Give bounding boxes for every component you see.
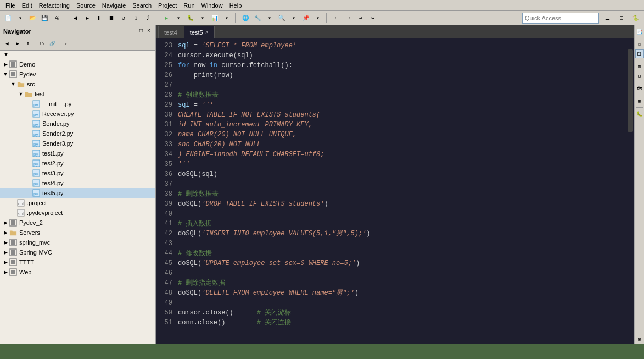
tree-item-sender[interactable]: py Sender.py <box>0 119 155 129</box>
tree-item-test3[interactable]: py test3.py <box>0 168 155 178</box>
toolbar-fwd-btn[interactable]: → <box>343 13 355 24</box>
tab-test5[interactable]: test5 × <box>184 26 215 38</box>
toolbar-ext2-btn[interactable]: 🔧 <box>251 13 264 24</box>
tree-label-spring_mvc: spring_mvc <box>19 239 50 246</box>
navigator-maximize-btn[interactable]: □ <box>138 27 144 35</box>
toolbar-new-dropdown[interactable]: ▾ <box>14 13 26 24</box>
menu-navigate[interactable]: Navigate <box>99 1 129 10</box>
tree-arrow-src: ▼ <box>10 81 16 87</box>
toolbar-debug-btn[interactable]: 🐛 <box>184 13 197 24</box>
navigator-minimize-btn[interactable]: — <box>130 27 137 35</box>
tree-item-sender3[interactable]: py Sender3.py <box>0 139 155 148</box>
right-icon-debug[interactable]: 🐛 <box>635 109 644 118</box>
tab-test5-close[interactable]: × <box>205 29 209 35</box>
toolbar-back-btn[interactable]: ← <box>331 13 343 24</box>
tree-item-demo[interactable]: ▶ Demo <box>0 59 155 69</box>
toolbar-prev-btn[interactable]: ◀ <box>69 13 81 24</box>
navigator-panel: Navigator — □ × ◀ ▶ ⬆ 🗁 🔗 ▿ ▼ ▶ <box>0 25 156 344</box>
line-num-35: 35 <box>156 159 176 169</box>
right-icon-active[interactable]: 🗒 <box>635 49 644 58</box>
toolbar-ext5-btn[interactable]: ▾ <box>288 13 300 24</box>
menu-refactoring[interactable]: Refactoring <box>36 1 73 10</box>
right-icon-bottom[interactable]: ⊡ <box>635 335 644 344</box>
menu-source[interactable]: Source <box>73 1 99 10</box>
tree-item-test2[interactable]: py test2.py <box>0 158 155 168</box>
line-num-40: 40 <box>156 209 176 219</box>
navigator-title: Navigator <box>3 28 31 35</box>
nav-forward-btn[interactable]: ▶ <box>13 39 23 49</box>
tree-label-servers: Servers <box>19 229 40 236</box>
right-icon-search[interactable]: ⊟ <box>635 71 644 80</box>
tree-item-init[interactable]: py __init__.py <box>0 99 155 109</box>
nav-link-btn[interactable]: 🔗 <box>47 39 57 49</box>
toolbar-open-btn[interactable]: 📂 <box>26 13 38 24</box>
tree-item-spring_mvc[interactable]: ▶ spring_mvc <box>0 238 155 247</box>
toolbar-stop-btn[interactable]: ⏹ <box>105 13 117 24</box>
toolbar-new-btn[interactable]: 📄 <box>2 13 14 24</box>
tree-item-tttt[interactable]: ▶ TTTT <box>0 257 155 267</box>
tree-item-dotpydev[interactable]: xml .pydevproject <box>0 208 155 218</box>
toolbar-step2-btn[interactable]: ⤴ <box>142 13 154 24</box>
tree-item-spring_MVC[interactable]: ▶ Spring-MVC <box>0 247 155 257</box>
tree-item-pydev[interactable]: ▼ Pydev <box>0 69 155 79</box>
tree-item-pydev2[interactable]: ▶ Pydev_2 <box>0 218 155 228</box>
tree-item-src[interactable]: ▼ src <box>0 79 155 89</box>
toolbar-next-btn[interactable]: ▶ <box>81 13 93 24</box>
toolbar-cov-dropdown[interactable]: ▾ <box>221 13 233 24</box>
right-icon-map[interactable]: 🗺 <box>635 84 644 93</box>
menu-window[interactable]: Window <box>198 1 226 10</box>
navigator-header: Navigator — □ × <box>0 25 155 37</box>
quick-access-input[interactable] <box>522 13 599 24</box>
toolbar-step-btn[interactable]: ⤵ <box>130 13 142 24</box>
code-content[interactable]: sql = 'SELECT * FROM employee'cursor.exe… <box>176 38 626 344</box>
tab-test4[interactable]: test4 <box>158 26 183 38</box>
scroll-thumb[interactable] <box>628 49 633 132</box>
toolbar-pause-btn[interactable]: ⏸ <box>93 13 105 24</box>
python-icon[interactable]: 🐍 <box>630 13 642 24</box>
tree-item-dotproject[interactable]: xml .project <box>0 198 155 208</box>
toolbar-cov-btn[interactable]: 📊 <box>209 13 221 24</box>
tree-item-receiver[interactable]: py Receiver.py <box>0 109 155 119</box>
nav-collapse-all-btn[interactable]: 🗁 <box>37 39 47 49</box>
toolbar-ext4-btn[interactable]: 🔍 <box>276 13 288 24</box>
right-icon-outline[interactable]: ⊞ <box>635 62 644 71</box>
tree-item-web[interactable]: ▶ Web <box>0 267 155 277</box>
toolbar-debug-dropdown[interactable]: ▾ <box>197 13 209 24</box>
right-icon-console[interactable]: ⊞ <box>635 97 644 106</box>
toolbar-ext3-btn[interactable]: ▾ <box>264 13 276 24</box>
toolbar-undo-btn[interactable]: ↩ <box>355 13 367 24</box>
nav-filter-btn[interactable]: ▿ <box>61 39 71 49</box>
maximize-icon[interactable]: ⊞ <box>615 13 628 24</box>
navigator-close-btn[interactable]: × <box>145 27 152 35</box>
toolbar-ext7-btn[interactable]: ▾ <box>312 13 324 24</box>
menu-help[interactable]: Help <box>226 1 245 10</box>
toolbar-print-btn[interactable]: 🖨 <box>51 13 63 24</box>
toolbar-refresh-btn[interactable]: ↺ <box>117 13 130 24</box>
tree-item-test4[interactable]: py test4.py <box>0 178 155 188</box>
right-icon-bookmarks[interactable]: 📑 <box>635 27 644 36</box>
tree-item-test[interactable]: ▼ test <box>0 89 155 99</box>
tree-item-test1[interactable]: py test1.py <box>0 148 155 158</box>
tree-item-sender2[interactable]: py Sender2.py <box>0 129 155 139</box>
toolbar-save-btn[interactable]: 💾 <box>38 13 51 24</box>
collapse-arrow-icon[interactable]: ▼ <box>4 52 8 58</box>
toolbar-redo-btn[interactable]: ↪ <box>367 13 379 24</box>
nav-up-btn[interactable]: ⬆ <box>23 39 33 49</box>
menu-edit[interactable]: Edit <box>19 1 36 10</box>
menu-file[interactable]: File <box>2 1 19 10</box>
editor-scrollbar[interactable] <box>626 38 634 344</box>
menu-run[interactable]: Run <box>180 1 198 10</box>
toolbar-ext-btn[interactable]: 🌐 <box>239 13 251 24</box>
tree-label-dotproject: .project <box>27 200 47 206</box>
tree-item-test5[interactable]: py test5.py <box>0 188 155 198</box>
toolbar-run-dropdown[interactable]: ▾ <box>172 13 184 24</box>
perspective-switch-icon[interactable]: ☰ <box>601 13 613 24</box>
menu-search[interactable]: Search <box>129 1 155 10</box>
right-icon-tasks[interactable]: ☑ <box>635 40 644 49</box>
tree-icon-src <box>16 80 25 89</box>
tree-item-servers[interactable]: ▶ Servers <box>0 228 155 238</box>
toolbar-ext6-btn[interactable]: 📌 <box>300 13 312 24</box>
toolbar-run-btn[interactable]: ▶ <box>160 13 172 24</box>
nav-back-btn[interactable]: ◀ <box>2 39 12 49</box>
menu-project[interactable]: Project <box>155 1 180 10</box>
